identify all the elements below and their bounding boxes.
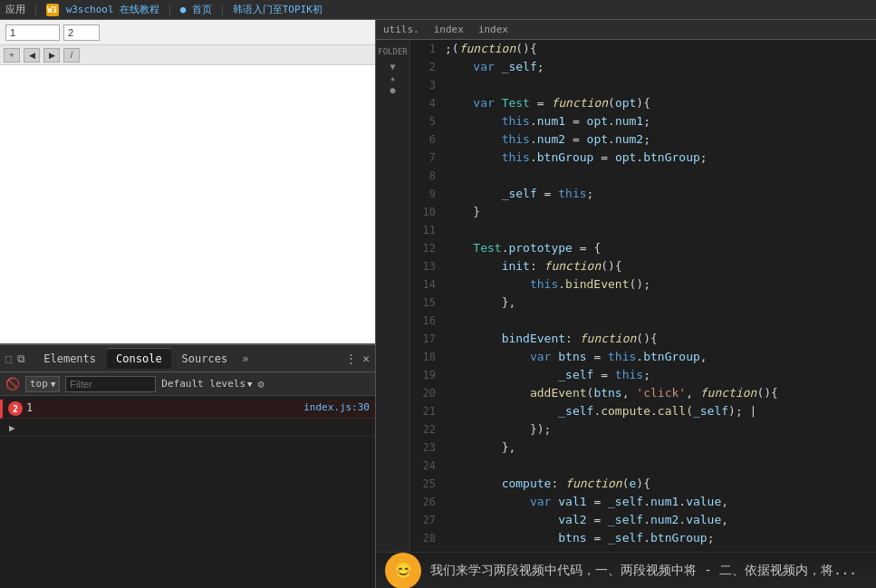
code-line-20: 20 addEvent(btns, 'click', function(){	[410, 384, 876, 402]
code-line-15: 15 },	[410, 294, 876, 312]
homepage-link[interactable]: ● 首页	[180, 3, 212, 16]
console-row-error: 2 1 index.js:30	[0, 400, 375, 419]
error-number: 1	[26, 401, 33, 414]
code-line-10: 10 }	[410, 203, 876, 221]
default-levels-btn[interactable]: Default levels ▼	[161, 378, 252, 390]
code-line-3: 3	[410, 76, 876, 94]
nav-forward-button[interactable]: ▶	[43, 48, 60, 63]
code-line-17: 17 bindEvent: function(){	[410, 330, 876, 348]
topik-link[interactable]: 韩语入门至TOPIK初	[233, 3, 322, 16]
code-line-25: 25 compute: function(e){	[410, 475, 876, 493]
console-clear-icon[interactable]: 🚫	[5, 377, 20, 390]
code-line-8: 8	[410, 167, 876, 185]
code-line-24: 24	[410, 457, 876, 475]
console-row-location[interactable]: index.js:30	[303, 401, 370, 413]
context-value: top	[30, 378, 48, 390]
folder-label: FOLDER	[378, 47, 408, 56]
w3school-link[interactable]: w3school 在线教程	[66, 3, 160, 16]
code-line-18: 18 var btns = this.btnGroup,	[410, 348, 876, 366]
browser-address-bar	[0, 20, 375, 45]
code-line-12: 12 Test.prototype = {	[410, 239, 876, 257]
nav-slash-button[interactable]: /	[63, 48, 80, 63]
code-line-4: 4 var Test = function(opt){	[410, 94, 876, 112]
bottom-description: 我们来学习两段视频中代码，一、两段视频中将 - 二、依据视频内，将...	[430, 563, 857, 579]
console-gear-icon[interactable]: ⚙	[257, 378, 264, 390]
sidebar-tree-icon: ▼	[390, 62, 395, 72]
editor-tabs: utils. index index	[376, 20, 876, 40]
code-line-19: 19 _self = this;	[410, 366, 876, 384]
devtools-menu-icon[interactable]: ⋮	[345, 352, 357, 365]
editor-tab-label2: index	[427, 22, 471, 37]
code-line-7: 7 this.btnGroup = opt.btnGroup;	[410, 149, 876, 167]
code-line-26: 26 var val1 = _self.num1.value,	[410, 493, 876, 511]
console-log: 2 1 index.js:30 ▶	[0, 396, 375, 588]
tab-elements[interactable]: Elements	[34, 349, 105, 369]
code-editor[interactable]: 1 ;(function(){ 2 var _self; 3 4 var Tes…	[410, 40, 876, 552]
devtools-close-icon[interactable]: ✕	[362, 352, 370, 365]
code-line-27: 27 val2 = _self.num2.value,	[410, 511, 876, 529]
right-panel: utils. index index FOLDER ▼ ★ ● 1 ;(func…	[376, 20, 876, 588]
code-line-1: 1 ;(function(){	[410, 40, 876, 58]
code-line-28: 28 btns = _self.btnGroup;	[410, 529, 876, 547]
address-input-1[interactable]	[5, 24, 60, 41]
nav-back-button[interactable]: ◀	[24, 48, 40, 63]
editor-area: FOLDER ▼ ★ ● 1 ;(function(){ 2 var _self…	[376, 40, 876, 552]
separator: |	[33, 4, 39, 15]
context-dropdown-icon: ▼	[51, 380, 55, 389]
separator3: |	[219, 4, 226, 15]
devtools-panel: ⬚ ⧉ Elements Console Sources » ⋮ ✕ 🚫 top…	[0, 343, 375, 588]
default-levels-arrow: ▼	[247, 380, 252, 389]
code-line-6: 6 this.num2 = opt.num2;	[410, 130, 876, 149]
separator2: |	[167, 4, 173, 15]
app-label: 应用	[5, 3, 25, 16]
browser-toolbar: + ◀ ▶ /	[0, 45, 375, 65]
code-line-13: 13 init: function(){	[410, 257, 876, 275]
error-badge: 2	[8, 401, 23, 416]
code-line-9: 9 _self = this;	[410, 185, 876, 203]
devtools-tab-icon-elements: ⬚	[5, 352, 12, 365]
editor-tab-label3: index	[471, 22, 515, 37]
console-filter-input[interactable]	[65, 376, 156, 392]
devtools-tabs: ⬚ ⧉ Elements Console Sources » ⋮ ✕	[0, 345, 375, 372]
sidebar-strip: FOLDER ▼ ★ ●	[376, 40, 410, 552]
sidebar-dot-icon: ●	[390, 85, 395, 95]
tab-more[interactable]: »	[238, 349, 252, 369]
default-levels-label: Default levels	[161, 378, 245, 390]
nav-plus-button[interactable]: +	[4, 48, 20, 63]
code-line-16: 16	[410, 312, 876, 330]
top-bar-icon: W3	[46, 4, 59, 16]
expand-arrow-icon[interactable]: ▶	[9, 422, 15, 434]
code-line-23: 23 },	[410, 439, 876, 457]
sidebar-star-icon: ★	[390, 73, 395, 83]
code-line-14: 14 this.bindEvent();	[410, 275, 876, 294]
main-layout: + ◀ ▶ / ⬚ ⧉ Elements Console Sources » ⋮…	[0, 20, 876, 588]
code-line-2: 2 var _self;	[410, 58, 876, 76]
console-context-select[interactable]: top ▼	[25, 376, 60, 392]
tab-console[interactable]: Console	[107, 348, 171, 369]
code-line-21: 21 _self.compute.call(_self); |	[410, 402, 876, 420]
code-line-22: 22 });	[410, 420, 876, 439]
address-input-2[interactable]	[63, 24, 100, 41]
devtools-tab-actions: ⋮ ✕	[345, 352, 370, 365]
bottom-text: 😊 我们来学习两段视频中代码，一、两段视频中将 - 二、依据视频内，将...	[376, 552, 876, 588]
left-panel: + ◀ ▶ / ⬚ ⧉ Elements Console Sources » ⋮…	[0, 20, 376, 588]
code-line-11: 11	[410, 221, 876, 239]
devtools-tab-icon2: ⧉	[17, 352, 25, 365]
console-expand-row: ▶	[0, 419, 375, 437]
editor-tab-label: utils.	[376, 22, 427, 37]
browser-content	[0, 65, 375, 343]
code-line-5: 5 this.num1 = opt.num1;	[410, 112, 876, 130]
top-bar: 应用 | W3 w3school 在线教程 | ● 首页 | 韩语入门至TOPI…	[0, 0, 876, 20]
avatar: 😊	[385, 553, 421, 589]
console-toolbar: 🚫 top ▼ Default levels ▼ ⚙	[0, 372, 375, 396]
tab-sources[interactable]: Sources	[173, 349, 237, 369]
